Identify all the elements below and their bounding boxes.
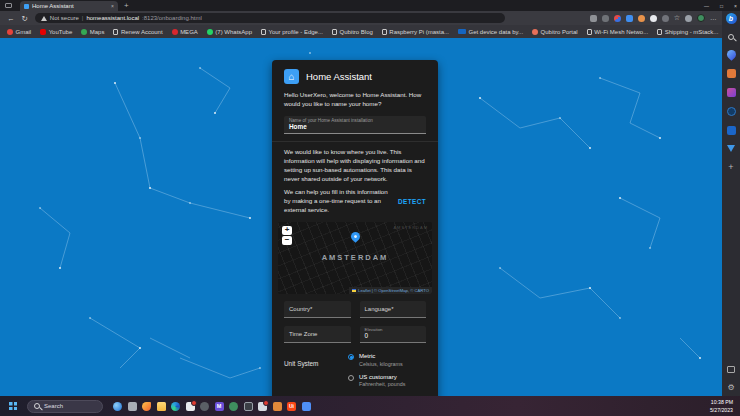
new-tab-button[interactable]: + (124, 1, 129, 10)
split-screen-icon[interactable] (590, 15, 597, 22)
radio-unselected-icon[interactable] (348, 375, 354, 381)
bookmark-mega[interactable]: MEGA (172, 29, 198, 35)
explorer-window-icon[interactable] (128, 402, 137, 411)
page-content: ⌂ Home Assistant Hello UserXero, welcome… (0, 38, 722, 396)
drop-icon[interactable] (727, 50, 736, 59)
bookmark-wifi-mesh[interactable]: Wi-Fi Mesh Netwo... (587, 29, 649, 35)
taskbar-icons: M Ui (113, 402, 311, 411)
zoom-in-button[interactable]: + (282, 226, 292, 235)
extension-grey-icon[interactable] (662, 15, 669, 22)
refresh-icon[interactable]: ↻ (22, 14, 28, 23)
back-icon[interactable]: ← (7, 14, 15, 23)
shopping-icon[interactable] (727, 69, 736, 78)
connector-icon[interactable] (273, 402, 282, 411)
games-icon[interactable] (727, 107, 736, 116)
bookmark-renew-account[interactable]: Renew Account (113, 29, 162, 35)
us-customary-subtitle: Fahrenheit, pounds (359, 381, 405, 388)
copilot-icon[interactable] (113, 402, 122, 411)
edge-icon[interactable] (171, 402, 180, 411)
microsoft-365-icon[interactable] (727, 88, 736, 97)
profile-avatar[interactable] (697, 14, 705, 22)
maximize-button[interactable]: □ (720, 3, 723, 9)
firebird-icon[interactable] (142, 402, 151, 411)
bookmark-label: Qubitro Blog (339, 29, 372, 35)
elevation-value: 0 (365, 332, 422, 339)
bookmark-label: Qubitro Portal (541, 29, 578, 35)
bookmarks-bar: Gmail YouTube Maps Renew Account MEGA (7… (0, 25, 722, 38)
workspace-icon[interactable] (5, 3, 12, 8)
elevation-input[interactable]: Elevation 0 (360, 326, 427, 343)
sidebar-search-icon[interactable] (728, 34, 734, 40)
page-icon (113, 29, 118, 35)
bookmark-raspberry-pi[interactable]: Raspberry Pi (masta... (382, 29, 449, 35)
timezone-select[interactable]: Time Zone (284, 326, 351, 343)
bookmark-label: Raspberry Pi (masta... (389, 29, 449, 35)
outlook-icon[interactable] (727, 126, 736, 135)
extension-orange-icon[interactable] (638, 15, 645, 22)
send-icon[interactable] (727, 145, 735, 152)
browser-tab[interactable]: Home Assistant × (20, 1, 118, 11)
radio-selected-icon[interactable] (348, 354, 354, 360)
more-menu-icon[interactable]: ⋯ (710, 15, 716, 22)
detect-info-text: We can help you fill in this information… (284, 188, 393, 215)
display-icon[interactable] (244, 402, 253, 411)
toolbar-extensions: ☆ ⋯ (590, 14, 716, 22)
bookmark-your-profile[interactable]: Your profile - Edge... (261, 29, 323, 35)
map-attribution-text: Leaflet | © OpenStreetMap, © CARTO (358, 288, 429, 293)
feedback-icon[interactable] (727, 366, 735, 373)
country-select[interactable]: Country* (284, 301, 351, 318)
mail-icon[interactable] (258, 402, 267, 411)
screenshot-tool-icon[interactable] (186, 402, 195, 411)
minimize-button[interactable]: — (704, 3, 709, 9)
bookmark-gmail[interactable]: Gmail (7, 29, 31, 35)
bookmark-youtube[interactable]: YouTube (40, 29, 72, 35)
tab-close-icon[interactable]: × (111, 3, 114, 9)
address-bar[interactable]: Not secure | homeassistant.local :8123/o… (35, 13, 505, 23)
clock-time: 10:38 PM (710, 399, 733, 407)
file-explorer-icon[interactable] (157, 402, 166, 411)
location-pin-icon[interactable] (349, 230, 362, 243)
browser-toolbar: ← ↻ Not secure | homeassistant.local :81… (0, 11, 722, 25)
bookmark-label: Shipping - mStack... (665, 29, 719, 35)
zoom-out-button[interactable]: − (282, 236, 292, 245)
close-button[interactable]: × (734, 3, 737, 9)
extension-white-icon[interactable] (650, 15, 657, 22)
bookmark-whatsapp[interactable]: (7) WhatsApp (207, 29, 252, 35)
bookmark-label: Get device data by... (469, 29, 524, 35)
bookmark-qubitro-blog[interactable]: Qubitro Blog (332, 29, 373, 35)
mega-sync-icon[interactable]: M (215, 402, 224, 411)
chat-icon[interactable] (302, 402, 311, 411)
steam-icon[interactable] (200, 402, 209, 411)
browser-essentials-icon[interactable] (602, 15, 609, 22)
taskbar-search[interactable]: Search (27, 400, 103, 413)
tab-title: Home Assistant (32, 3, 108, 9)
uipath-icon[interactable]: Ui (287, 402, 296, 411)
taskbar-clock[interactable]: 10:38 PM 5/27/2023 (710, 399, 733, 414)
detect-button[interactable]: DETECT (398, 198, 426, 205)
bookmark-get-device-data[interactable]: Get device data by... (458, 29, 523, 35)
extension-blue-icon[interactable] (626, 15, 633, 22)
bing-chat-icon[interactable]: b (726, 13, 737, 24)
add-sidebar-item-icon[interactable]: + (728, 162, 733, 172)
extension-red-icon[interactable] (614, 15, 621, 22)
name-input[interactable]: Name of your Home Assistant installation… (284, 116, 426, 134)
gmail-icon (7, 29, 13, 35)
bookmark-maps[interactable]: Maps (81, 29, 104, 35)
location-map[interactable]: + − AMSTERDAM AMSTERDAM Leaflet | © Open… (278, 222, 432, 294)
favorites-star-icon[interactable]: ☆ (674, 14, 680, 22)
us-customary-option[interactable]: US customary Fahrenheit, pounds (348, 374, 426, 389)
youtube-icon (40, 29, 46, 35)
wheel-icon[interactable] (685, 15, 692, 22)
bookmark-qubitro-portal[interactable]: Qubitro Portal (532, 29, 578, 35)
start-button[interactable] (9, 402, 17, 410)
bookmark-label: YouTube (49, 29, 73, 35)
language-select[interactable]: Language* (360, 301, 427, 318)
map-zoom-controls: + − (282, 226, 292, 246)
gear-icon[interactable]: ⚙ (727, 383, 734, 392)
metric-option[interactable]: Metric Celsius, kilograms (348, 353, 426, 368)
taskbar-search-label: Search (44, 403, 63, 409)
bookmark-shipping[interactable]: Shipping - mStack... (657, 29, 718, 35)
location-info-text: We would like to know where you live. Th… (272, 146, 438, 186)
shell-icon[interactable] (229, 402, 238, 411)
unit-system-row: Unit System Metric Celsius, kilograms US… (284, 353, 426, 389)
